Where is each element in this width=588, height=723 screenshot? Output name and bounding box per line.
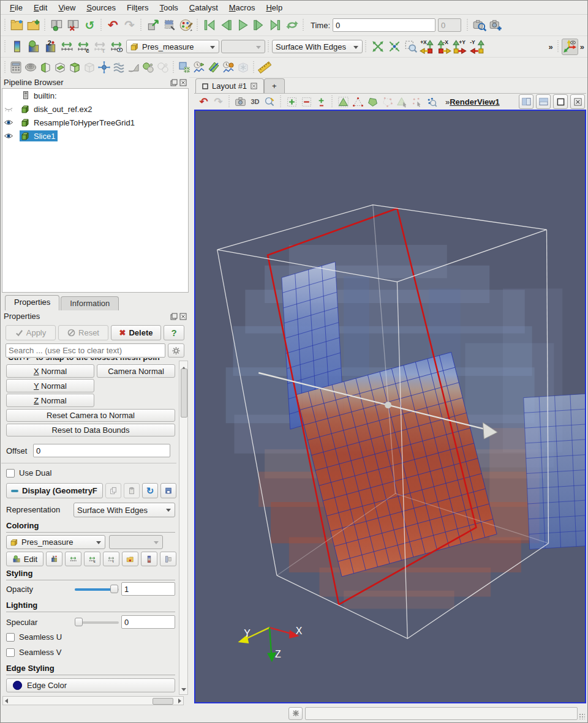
toolbar-overflow-icon[interactable]: » xyxy=(547,42,555,51)
next-frame-icon[interactable] xyxy=(251,17,267,34)
choose-preset-icon[interactable]: ♥ xyxy=(122,552,138,566)
scroll-thumb[interactable] xyxy=(181,369,187,418)
rescale-to-temporal-small-icon[interactable]: t xyxy=(103,552,119,566)
load-palette-icon[interactable] xyxy=(161,17,178,34)
opacity-input[interactable] xyxy=(121,582,175,596)
capture-screenshot-icon[interactable] xyxy=(488,17,504,34)
time-index-spinbox[interactable] xyxy=(438,18,461,32)
apply-button[interactable]: Apply xyxy=(6,325,56,340)
edit-color-map-button[interactable]: Edit xyxy=(6,552,43,566)
pipeline-item-resampletohypertreegrid1[interactable]: ResampleToHyperTreeGrid1 xyxy=(2,116,188,129)
array-selector[interactable]: Pres_measure xyxy=(126,40,219,53)
time-input[interactable] xyxy=(333,18,435,32)
representation-selector[interactable]: Surface With Edges xyxy=(272,40,363,53)
camera-orientation-toggle-icon[interactable] xyxy=(562,39,578,55)
visibility-eye-icon[interactable] xyxy=(2,118,15,127)
camera-undo-icon[interactable]: ↶ xyxy=(197,95,211,109)
connect-server-icon[interactable] xyxy=(48,17,65,34)
toolbar-handle[interactable] xyxy=(331,96,334,108)
toolbar-handle[interactable] xyxy=(172,61,175,73)
copy-display-icon[interactable] xyxy=(105,483,121,498)
scroll-right-icon[interactable] xyxy=(178,699,181,703)
last-frame-icon[interactable] xyxy=(267,17,284,34)
properties-scroll-area[interactable]: 'Ctrl+P' to snap to the closest mesh poi… xyxy=(1,358,176,695)
float-panel-icon[interactable] xyxy=(170,313,178,320)
toggle-selection-icon[interactable] xyxy=(314,95,328,109)
toolbar-handle[interactable] xyxy=(267,40,270,53)
color-map-editor-icon[interactable] xyxy=(9,39,25,55)
rescale-to-temporal-icon[interactable]: t xyxy=(91,39,108,55)
search-input[interactable] xyxy=(6,343,165,358)
group-datasets-icon[interactable] xyxy=(141,60,156,75)
plot-selection-over-time-icon[interactable] xyxy=(221,60,236,75)
save-data-icon[interactable] xyxy=(25,17,42,34)
coloring-component-combo[interactable] xyxy=(109,535,163,549)
toolbar-handle[interactable] xyxy=(466,19,469,31)
specular-input[interactable] xyxy=(121,615,175,629)
y-normal-button[interactable]: Y Normal xyxy=(6,379,94,392)
calculator-icon[interactable] xyxy=(9,60,23,75)
first-frame-icon[interactable] xyxy=(201,17,217,34)
paste-display-icon[interactable] xyxy=(124,483,140,498)
reset-to-data-bounds-button[interactable]: Reset to Data Bounds xyxy=(6,424,175,436)
zoom-box-icon[interactable] xyxy=(263,95,277,109)
rescale-to-custom-icon[interactable]: c xyxy=(75,39,91,55)
select-points-polygon-icon[interactable] xyxy=(380,95,394,109)
use-dual-checkbox[interactable] xyxy=(6,469,15,478)
zoom-to-selection-icon[interactable] xyxy=(402,39,419,55)
menu-help[interactable]: Help xyxy=(260,2,288,13)
menu-catalyst[interactable]: Catalyst xyxy=(184,2,224,13)
resize-grip[interactable] xyxy=(579,713,585,719)
seamless-v-checkbox[interactable] xyxy=(6,648,15,657)
close-view-icon[interactable] xyxy=(570,94,585,109)
properties-vscrollbar[interactable] xyxy=(179,361,188,695)
close-panel-icon[interactable] xyxy=(179,79,187,86)
visibility-eye-icon[interactable] xyxy=(2,131,15,141)
undo-icon[interactable]: ↶ xyxy=(105,17,121,34)
zoom-to-data-icon[interactable] xyxy=(471,17,488,34)
ungroup-datasets-icon[interactable] xyxy=(156,60,170,75)
edit-color-map2-icon[interactable]: 2 xyxy=(46,552,62,566)
menu-macros[interactable]: Macros xyxy=(224,2,261,13)
extract-selection-icon[interactable] xyxy=(177,60,192,75)
specular-slider[interactable] xyxy=(75,618,119,626)
menu-sources[interactable]: Sources xyxy=(81,2,121,13)
maximize-view-icon[interactable] xyxy=(553,94,568,109)
show-color-legend-icon[interactable] xyxy=(141,552,157,566)
toolbar-handle[interactable] xyxy=(4,61,7,73)
select-cells-polygon-icon[interactable] xyxy=(366,95,380,109)
toolbar-handle[interactable] xyxy=(557,40,560,53)
render-viewport[interactable]: X Y Z xyxy=(194,110,586,703)
split-horizontal-icon[interactable] xyxy=(519,94,533,109)
subtract-selection-icon[interactable] xyxy=(300,95,314,109)
previous-frame-icon[interactable] xyxy=(217,17,234,34)
set-view-plus-x-icon[interactable]: +X xyxy=(419,39,435,55)
save-display-icon[interactable] xyxy=(160,483,176,498)
tab-properties[interactable]: Properties xyxy=(5,295,59,310)
rescale-to-visible-icon[interactable] xyxy=(108,39,124,55)
stream-tracer-icon[interactable] xyxy=(111,60,126,75)
opacity-slider[interactable] xyxy=(75,585,119,593)
play-icon[interactable] xyxy=(234,17,251,34)
toggle-interaction-mode-icon[interactable]: 3D xyxy=(248,95,262,109)
rescale-to-data-small-icon[interactable] xyxy=(65,552,81,566)
zoom-closest-icon[interactable] xyxy=(386,39,402,55)
toolbar-handle[interactable] xyxy=(4,40,7,53)
properties-hscrollbar[interactable] xyxy=(2,696,184,705)
select-cells-on-icon[interactable] xyxy=(336,95,350,109)
tab-layout-1[interactable]: Layout #1 xyxy=(195,78,264,93)
edge-color-button[interactable]: Edge Color xyxy=(6,678,175,692)
menu-tools[interactable]: Tools xyxy=(154,2,183,13)
edit-color-map-icon[interactable]: 2 xyxy=(42,39,58,55)
open-file-icon[interactable] xyxy=(9,17,25,34)
contour-icon[interactable] xyxy=(23,60,38,75)
search-options-gear-icon[interactable] xyxy=(168,343,184,358)
interactive-select-points-icon[interactable] xyxy=(410,95,424,109)
abort-progress-icon[interactable] xyxy=(288,707,303,720)
camera-normal-button[interactable]: Camera Normal xyxy=(97,364,175,378)
close-panel-icon[interactable] xyxy=(179,313,187,320)
glyph-icon[interactable] xyxy=(97,60,111,75)
tab-information[interactable]: Information xyxy=(61,296,119,310)
slice-icon[interactable] xyxy=(53,60,67,75)
set-view-minus-x-icon[interactable]: -X xyxy=(435,39,452,55)
